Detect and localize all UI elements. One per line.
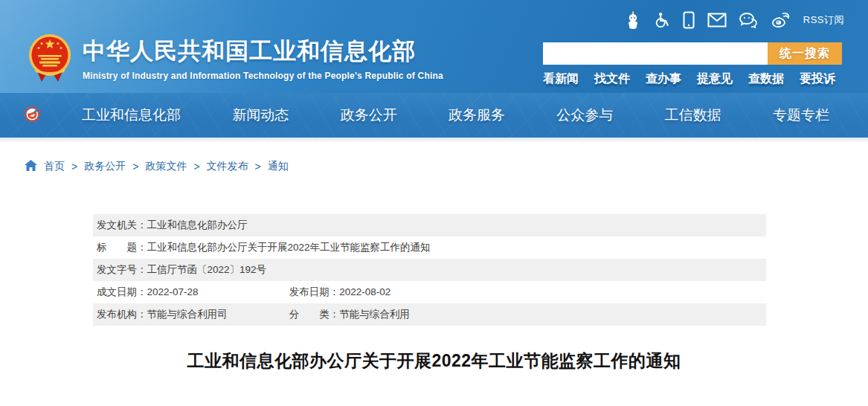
primary-nav: 工业和信息化部 新闻动态 政务公开 政务服务 公众参与 工信数据 专题专栏 <box>0 93 868 138</box>
site-brand[interactable]: 中华人民共和国工业和信息化部 Ministry of Industry and … <box>28 33 443 83</box>
crumb-separator: > <box>132 161 138 173</box>
document-title: 工业和信息化部办公厅关于开展2022年工业节能监察工作的通知 <box>0 349 868 373</box>
site-header: RSS订阅 中华人民共和国工业和信息化部 Ministry of Industr… <box>0 0 868 93</box>
mascot-robot-icon[interactable] <box>625 11 641 29</box>
quick-link-news[interactable]: 看新闻 <box>543 71 579 87</box>
meta-label: 成文日期： <box>97 286 147 297</box>
unified-search-button[interactable]: 统一搜索 <box>768 42 842 65</box>
crumb-separator: > <box>255 161 261 173</box>
meta-label: 发布机构： <box>97 309 147 320</box>
meta-row-title: 标 题：工业和信息化部办公厅关于开展2022年工业节能监察工作的通知 <box>93 236 766 259</box>
rss-subscribe-link[interactable]: RSS订阅 <box>803 13 844 27</box>
mobile-phone-icon[interactable] <box>683 11 695 29</box>
meta-value: 节能与综合利用 <box>339 309 410 320</box>
nav-item-gov-disclosure[interactable]: 政务公开 <box>341 106 397 125</box>
breadcrumb: 首页 > 政务公开 > 政策文件 > 文件发布 > 通知 <box>25 160 868 173</box>
crumb-notice[interactable]: 通知 <box>268 160 289 173</box>
home-icon[interactable] <box>25 160 37 173</box>
wechat-icon[interactable] <box>739 12 759 28</box>
quick-link-data[interactable]: 查数据 <box>748 71 784 87</box>
meta-value: 节能与综合利用司 <box>147 309 228 320</box>
crumb-separator: > <box>71 161 77 173</box>
nav-item-miit-home[interactable]: 工业和信息化部 <box>82 106 181 125</box>
crumb-gov-disclosure[interactable]: 政务公开 <box>84 160 126 173</box>
meta-value: 2022-08-02 <box>339 286 390 297</box>
meta-value: 工业和信息化部办公厅 <box>147 219 248 231</box>
weibo-icon[interactable] <box>771 12 791 28</box>
meta-row-publisher-category: 发布机构：节能与综合利用司 分 类：节能与综合利用 <box>93 303 766 326</box>
quick-links-row: 看新闻 找文件 查办事 提意见 查数据 要投诉 <box>543 71 842 87</box>
crumb-separator: > <box>193 161 199 173</box>
quick-link-files[interactable]: 找文件 <box>594 71 630 87</box>
email-icon[interactable] <box>707 13 727 28</box>
nav-item-gov-services[interactable]: 政务服务 <box>449 106 505 125</box>
meta-label: 发文机关： <box>97 219 147 231</box>
site-title: 中华人民共和国工业和信息化部 <box>83 36 443 67</box>
nav-list: 工业和信息化部 新闻动态 政务公开 政务服务 公众参与 工信数据 专题专栏 <box>0 93 868 138</box>
meta-row-doc-number: 发文字号：工信厅节函〔2022〕192号 <box>93 259 766 281</box>
quick-link-services[interactable]: 查办事 <box>646 71 681 87</box>
meta-value: 2022-07-28 <box>147 286 199 297</box>
meta-row-issuing-agency: 发文机关：工业和信息化部办公厅 <box>93 214 766 236</box>
miit-e-logo-icon <box>22 103 43 127</box>
meta-label: 分 类： <box>289 309 340 320</box>
meta-label: 标 题： <box>97 242 147 253</box>
meta-label: 发布日期： <box>289 286 340 297</box>
quick-link-complaint[interactable]: 要投诉 <box>800 71 835 87</box>
nav-item-special-topics[interactable]: 专题专栏 <box>773 106 829 125</box>
search-input[interactable] <box>543 42 768 65</box>
site-subtitle: Ministry of Industry and Information Tec… <box>83 71 443 81</box>
quick-link-feedback[interactable]: 提意见 <box>697 71 733 87</box>
document-meta-table: 发文机关：工业和信息化部办公厅 标 题：工业和信息化部办公厅关于开展2022年工… <box>93 214 766 326</box>
nav-item-news[interactable]: 新闻动态 <box>232 106 289 125</box>
meta-value: 工业和信息化部办公厅关于开展2022年工业节能监察工作的通知 <box>147 242 431 253</box>
national-emblem-icon <box>28 33 71 83</box>
brand-text: 中华人民共和国工业和信息化部 Ministry of Industry and … <box>83 36 443 81</box>
nav-item-public-participation[interactable]: 公众参与 <box>556 106 613 125</box>
meta-value: 工信厅节函〔2022〕192号 <box>147 264 267 275</box>
search-area: 统一搜索 看新闻 找文件 查办事 提意见 查数据 要投诉 <box>543 42 842 87</box>
crumb-file-release[interactable]: 文件发布 <box>207 160 248 173</box>
crumb-policy-files[interactable]: 政策文件 <box>145 160 187 173</box>
meta-label: 发文字号： <box>97 264 147 275</box>
meta-row-dates: 成文日期：2022-07-28 发布日期：2022-08-02 <box>93 281 766 303</box>
accessibility-icon[interactable] <box>654 11 670 29</box>
crumb-home[interactable]: 首页 <box>44 160 65 173</box>
topbar-icon-row: RSS订阅 <box>625 11 844 29</box>
nav-item-miit-data[interactable]: 工信数据 <box>665 106 721 125</box>
nav-bottom-gradient <box>0 138 868 144</box>
